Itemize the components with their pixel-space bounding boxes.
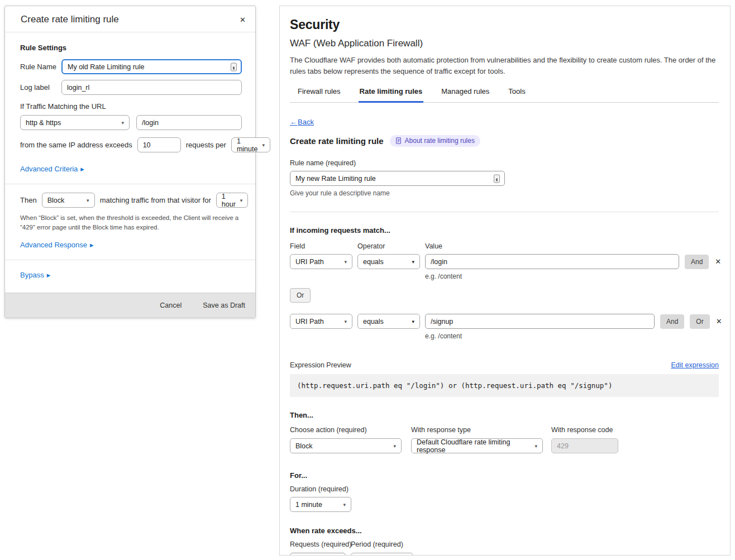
duration-label: Duration (required) <box>290 485 719 493</box>
requests-input[interactable] <box>290 553 346 556</box>
or-connector-button[interactable]: Or <box>290 288 311 303</box>
page-description: The Cloudflare WAF provides both automat… <box>290 55 719 76</box>
action-select[interactable]: Block ▾ <box>290 438 402 453</box>
divider <box>290 212 719 212</box>
expression-preview-label: Expression Preview <box>290 361 351 369</box>
back-link[interactable]: ←Back <box>290 118 314 126</box>
response-type-label: With response type <box>411 426 543 434</box>
chevron-down-icon: ▾ <box>393 443 396 449</box>
field-select[interactable]: URI Path ▾ <box>290 314 352 329</box>
period-select[interactable]: 1 minute ▾ <box>351 553 413 556</box>
block-help-text: When “Block” is set, when the threshold … <box>20 213 242 233</box>
operator-column-label: Operator <box>357 242 425 250</box>
create-rate-limit-modal: Create rate limiting rule ✕ Rule Setting… <box>4 6 256 318</box>
chevron-down-icon: ▾ <box>87 198 89 203</box>
tab-tools[interactable]: Tools <box>507 83 526 102</box>
value-input[interactable] <box>425 254 679 269</box>
value-input[interactable] <box>425 314 655 329</box>
rule-name-row: Rule Name <box>20 59 242 74</box>
rule-name-label: Rule name (required) <box>290 159 719 167</box>
tab-firewall-rules[interactable]: Firewall rules <box>297 83 342 102</box>
divider <box>5 260 255 260</box>
save-as-draft-button[interactable]: Save as Draft <box>203 301 245 309</box>
threshold-prefix: from the same IP address exceeds <box>20 141 132 149</box>
remove-condition-icon[interactable]: ✕ <box>714 257 722 266</box>
log-label-input[interactable] <box>61 80 242 95</box>
rule-name-label: Rule Name <box>20 63 61 71</box>
duration-select[interactable]: 1 minute ▾ <box>290 497 351 512</box>
choose-action-label: Choose action (required) <box>290 426 402 434</box>
rule-name-help: Give your rule a descriptive name <box>290 189 719 197</box>
and-button[interactable]: And <box>660 314 684 329</box>
arrow-right-icon: ▶ <box>90 242 94 248</box>
period-label: Period (required) <box>351 540 413 548</box>
rule-name-input[interactable] <box>290 171 505 186</box>
condition-row: URI Path ▾ equals ▾ And Or ✕ <box>290 314 719 329</box>
chevron-down-icon: ▾ <box>412 259 414 265</box>
rule-settings-heading: Rule Settings <box>20 44 242 52</box>
back-arrow-icon: ← <box>290 118 297 126</box>
then-heading: Then... <box>290 411 719 419</box>
response-type-select[interactable]: Default Cloudflare rate limiting respons… <box>411 438 543 453</box>
log-label-row: Log label <box>20 80 242 95</box>
then-controls: Choose action (required) Block ▾ With re… <box>290 426 719 453</box>
rule-name-input[interactable] <box>61 59 242 74</box>
autofill-icon <box>231 63 237 71</box>
action-select[interactable]: Block ▾ <box>42 193 95 208</box>
or-button[interactable]: Or <box>690 314 709 329</box>
arrow-right-icon: ▶ <box>47 272 51 278</box>
bypass-link[interactable]: Bypass ▶ <box>20 271 50 279</box>
period-select[interactable]: 1 minute ▾ <box>231 137 270 152</box>
scheme-select[interactable]: http & https ▾ <box>20 115 130 130</box>
advanced-criteria-link[interactable]: Advanced Criteria ▶ <box>20 165 84 173</box>
condition-column-labels: Field Operator Value <box>290 242 719 250</box>
operator-select[interactable]: equals ▾ <box>357 314 420 329</box>
doc-icon <box>395 137 402 144</box>
about-rate-limiting-badge[interactable]: About rate limiting rules <box>390 135 480 147</box>
tab-rate-limiting-rules[interactable]: Rate limiting rules <box>359 83 424 103</box>
form-title-row: Create rate limiting rule About rate lim… <box>290 135 719 147</box>
value-hint: e.g. /content <box>425 272 719 280</box>
tab-managed-rules[interactable]: Managed rules <box>440 83 490 102</box>
threshold-row: from the same IP address exceeds request… <box>20 137 242 152</box>
chevron-down-icon: ▾ <box>344 259 347 265</box>
value-column-label: Value <box>425 242 442 250</box>
match-heading: If incoming requests match... <box>290 226 719 234</box>
modal-body: Rule Settings Rule Name Log label If Tra… <box>5 32 255 281</box>
chevron-down-icon: ▾ <box>262 142 265 148</box>
then-suffix: matching traffic from that visitor for <box>100 196 211 204</box>
autofill-icon <box>494 174 500 183</box>
edit-expression-link[interactable]: Edit expression <box>671 361 719 369</box>
modal-title: Create rate limiting rule <box>21 14 119 25</box>
url-input[interactable] <box>136 115 242 130</box>
field-select[interactable]: URI Path ▾ <box>290 254 352 269</box>
and-button[interactable]: And <box>685 255 709 269</box>
advanced-response-link[interactable]: Advanced Response ▶ <box>20 241 94 249</box>
security-waf-panel: Security WAF (Web Application Firewall) … <box>279 6 731 556</box>
chevron-down-icon: ▾ <box>240 198 243 203</box>
then-label: Then <box>20 196 37 204</box>
modal-header: Create rate limiting rule ✕ <box>5 6 255 32</box>
chevron-down-icon: ▾ <box>121 120 124 126</box>
remove-condition-icon[interactable]: ✕ <box>715 317 723 326</box>
chevron-down-icon: ▾ <box>534 443 537 449</box>
rate-controls: Requests (required) Period (required) 1 … <box>290 540 719 556</box>
block-duration-select[interactable]: 1 hour ▾ <box>216 193 249 208</box>
arrow-right-icon: ▶ <box>80 166 84 172</box>
for-heading: For... <box>290 471 719 480</box>
traffic-match-row: http & https ▾ <box>20 115 242 130</box>
response-code-input <box>551 438 618 453</box>
rate-heading: When rate exceeds... <box>290 527 719 535</box>
waf-tabs: Firewall rules Rate limiting rules Manag… <box>290 83 719 103</box>
response-code-label: With response code <box>551 426 618 434</box>
operator-select[interactable]: equals ▾ <box>357 254 420 269</box>
expression-header: Expression Preview Edit expression <box>290 361 719 369</box>
cancel-button[interactable]: Cancel <box>160 301 182 309</box>
condition-row: URI Path ▾ equals ▾ And ✕ <box>290 254 719 269</box>
threshold-suffix: requests per <box>186 141 226 149</box>
page-subtitle: WAF (Web Application Firewall) <box>290 38 719 49</box>
close-icon[interactable]: ✕ <box>238 16 247 24</box>
chevron-down-icon: ▾ <box>343 502 346 508</box>
traffic-match-heading: If Traffic Matching the URL <box>20 102 242 111</box>
requests-count-input[interactable] <box>137 137 181 152</box>
